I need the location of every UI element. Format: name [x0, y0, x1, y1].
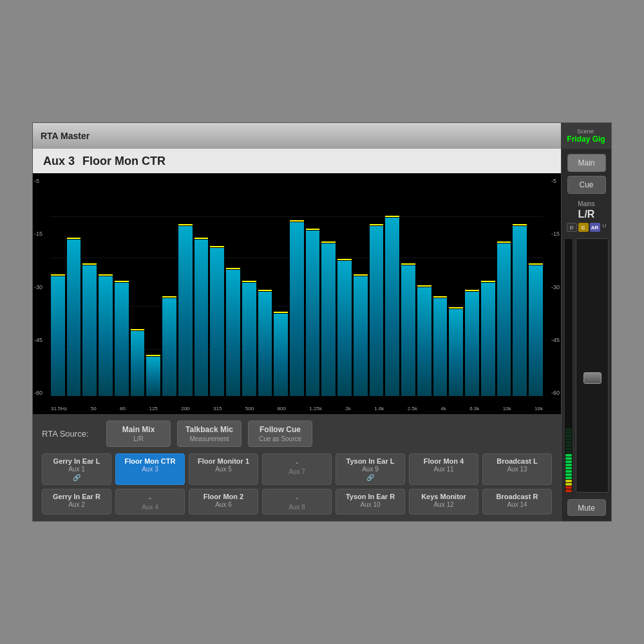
meter-segment-13	[565, 448, 572, 450]
rta-bar-fill-9	[194, 240, 209, 396]
meter-segment-16	[565, 438, 572, 440]
aux-btn-r1-1[interactable]: Floor Mon CTRAux 3	[115, 453, 185, 485]
rta-bar-28	[497, 178, 511, 396]
aux-name: Floor Mon CTR	[82, 155, 166, 168]
rta-bar-22	[401, 178, 415, 396]
source-btn-follow-cue[interactable]: Follow Cue Cue as Source	[248, 421, 312, 447]
aux-btn-r2-4[interactable]: Tyson In Ear RAux 10	[336, 489, 405, 515]
rta-source-row: RTA Source: Main Mix L/R Talkback Mic Me…	[42, 421, 552, 447]
rta-bar-24	[433, 178, 448, 396]
rta-bar-8	[178, 178, 193, 396]
aux-btn-r2-1[interactable]: -Aux 4	[115, 489, 185, 515]
rta-bar-peak-12	[242, 281, 256, 282]
aux-btn-r2-2[interactable]: Floor Mon 2Aux 6	[189, 489, 258, 515]
aux-btn-r1-5[interactable]: Floor Mon 4Aux 11	[409, 453, 478, 485]
link-icon: 🔗	[339, 474, 402, 481]
aux-btn-r2-0[interactable]: Gerry In Ear RAux 2	[42, 489, 111, 515]
source-btn-talkback[interactable]: Talkback Mic Measurement	[177, 421, 242, 447]
aux-btn-aux-label: Aux 6	[192, 501, 255, 508]
main-button[interactable]: Main	[567, 154, 606, 172]
rta-bar-fill-4	[115, 283, 129, 396]
aux-btn-aux-label: Aux 8	[265, 504, 328, 511]
indicator-u: U	[603, 223, 607, 232]
aux-btn-r2-6[interactable]: Broadcast RAux 14	[482, 489, 552, 515]
right-panel: Main Cue Mains L/R D C AR U	[561, 149, 611, 521]
mute-button[interactable]: Mute	[567, 499, 606, 516]
rta-bar-fill-30	[529, 265, 543, 396]
aux-btn-name: Gerry In Ear L	[45, 457, 108, 465]
rta-bar-peak-7	[162, 296, 176, 298]
rta-bar-fill-19	[354, 276, 368, 396]
rta-x-label-7: 800	[278, 406, 286, 412]
fader-handle[interactable]	[583, 372, 601, 384]
rta-x-label-8: 1.25k	[309, 406, 322, 412]
rta-x-label-5: 315	[213, 406, 222, 412]
meter-segment-15	[565, 441, 572, 444]
meter-segment-1	[565, 486, 572, 489]
aux-btn-r1-6[interactable]: Broadcast LAux 13	[482, 453, 552, 485]
rta-x-label-4: 200	[181, 406, 189, 412]
aux-btn-name: Tyson In Ear L	[339, 457, 402, 465]
rta-bar-peak-29	[513, 224, 527, 225]
y-label-r-0: -5	[551, 178, 560, 184]
rta-x-label-3: 125	[149, 406, 157, 412]
meter-segment-8	[565, 464, 572, 466]
fader-track[interactable]	[576, 238, 609, 493]
meter-segment-19	[565, 428, 572, 431]
aux-btn-name: Keys Monitor	[412, 493, 475, 500]
rta-bar-fill-12	[242, 283, 256, 396]
rta-bar-peak-22	[401, 263, 415, 265]
rta-bar-13	[258, 178, 272, 396]
rta-bar-7	[162, 178, 176, 396]
rta-bar-peak-9	[194, 238, 209, 239]
mains-label: Mains	[578, 200, 595, 207]
rta-bar-peak-8	[178, 224, 193, 225]
rta-y-labels-left: -5 -15 -30 -45 -60	[33, 178, 44, 396]
aux-btn-r1-0[interactable]: Gerry In Ear LAux 1🔗	[42, 453, 111, 485]
aux-buttons-grid: Gerry In Ear LAux 1🔗Floor Mon CTRAux 3Fl…	[42, 453, 552, 515]
rta-bar-15	[290, 178, 304, 396]
rta-bar-fill-10	[210, 248, 224, 396]
meter-segment-11	[565, 454, 572, 457]
aux-btn-name: Broadcast R	[486, 493, 549, 500]
aux-btn-r2-3[interactable]: -Aux 8	[262, 489, 332, 515]
rta-bar-fill-15	[290, 222, 304, 396]
rta-bar-peak-14	[274, 312, 288, 313]
rta-bar-peak-27	[481, 281, 495, 282]
rta-bar-fill-28	[497, 243, 511, 396]
rta-bar-3	[99, 178, 113, 396]
aux-btn-r1-2[interactable]: Floor Monitor 1Aux 5	[189, 453, 258, 485]
rta-bar-peak-0	[51, 274, 65, 276]
rta-bar-peak-5	[131, 329, 145, 330]
rta-bar-peak-1	[67, 238, 81, 239]
rta-bar-2	[82, 178, 97, 396]
meter-segment-5	[565, 473, 572, 476]
aux-btn-name: Tyson In Ear R	[339, 493, 402, 500]
scene-badge: Scene: Friday Gig	[561, 123, 611, 149]
rta-bar-30	[529, 178, 543, 396]
aux-btn-name: Gerry In Ear R	[45, 493, 108, 500]
rta-bar-21	[385, 178, 399, 396]
source-btn-main-mix[interactable]: Main Mix L/R	[106, 421, 171, 447]
cue-button[interactable]: Cue	[567, 176, 606, 194]
rta-bar-fill-18	[337, 261, 352, 396]
aux-btn-r2-5[interactable]: Keys MonitorAux 12	[409, 489, 478, 515]
mains-section: Mains L/R D C AR U	[567, 200, 607, 232]
rta-x-label-14: 10k	[503, 406, 511, 412]
rta-bar-peak-16	[306, 229, 320, 230]
y-label-1: -15	[34, 231, 43, 237]
rta-bar-peak-4	[115, 281, 129, 282]
rta-bar-peak-26	[465, 290, 479, 291]
source-btn-follow-cue-line2: Cue as Source	[256, 435, 304, 442]
level-meter	[564, 238, 573, 493]
link-icon: 🔗	[45, 474, 108, 481]
aux-btn-r1-4[interactable]: Tyson In Ear LAux 9🔗	[336, 453, 405, 485]
aux-btn-name: Floor Mon 2	[192, 493, 255, 500]
rta-x-label-6: 500	[245, 406, 254, 412]
aux-btn-r1-3[interactable]: -Aux 7	[262, 453, 332, 485]
rta-bar-fill-2	[82, 265, 97, 396]
y-label-r-4: -60	[551, 390, 560, 396]
content-area: Aux 3 Floor Mon CTR -5 -15 -30 -45	[33, 149, 611, 521]
rta-bar-peak-20	[370, 224, 384, 225]
fader-section	[564, 238, 609, 493]
